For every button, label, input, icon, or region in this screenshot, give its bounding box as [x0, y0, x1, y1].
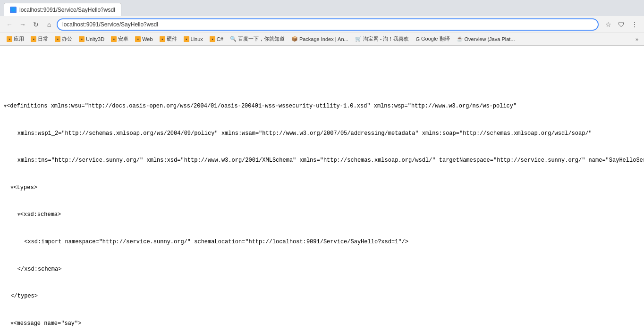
bookmark-label: 淘宝网 - 淘！我喜欢: [363, 35, 409, 42]
tab-favicon: 🌐: [10, 7, 17, 13]
folder-icon: ▪: [55, 36, 60, 42]
types-open: ▼<types>: [4, 183, 640, 192]
definitions-attr1: xmlns:wsp1_2="http://schemas.xmlsoap.org…: [4, 129, 640, 138]
folder-icon: ▪: [31, 36, 36, 42]
bookmark-label: Google 翻译: [421, 35, 450, 42]
active-tab[interactable]: 🌐 localhost:9091/Service/SayHello?wsdl: [4, 3, 121, 16]
bookmark-label: 安卓: [118, 35, 128, 42]
bookmark-package-index[interactable]: 📦 Package Index | An...: [288, 35, 351, 43]
xml-viewer: ▼<definitions xmlns:wsu="http://docs.oas…: [4, 48, 640, 331]
address-bar[interactable]: [57, 18, 599, 31]
nav-icons: ☆ 🛡 ⋮: [602, 19, 640, 30]
bookmark-label: Unity3D: [86, 36, 104, 42]
bookmark-google-translate[interactable]: G Google 翻译: [413, 34, 452, 43]
tab-title: localhost:9091/Service/SayHello?wsdl: [19, 7, 115, 13]
xsd-schema-open: ▼<xsd:schema>: [4, 210, 640, 219]
bookmark-label: Linux: [191, 36, 203, 42]
bookmark-hardware[interactable]: ▪ 硬件: [157, 34, 180, 43]
bookmark-java-overview[interactable]: ☕ Overview (Java Plat...: [454, 35, 518, 43]
home-button[interactable]: ⌂: [43, 19, 55, 30]
bookmark-csharp[interactable]: ▪ C#: [207, 35, 226, 43]
forward-button[interactable]: →: [17, 19, 28, 30]
folder-icon: ▪: [184, 36, 189, 42]
settings-button[interactable]: ⋮: [629, 19, 640, 30]
bookmark-android[interactable]: ▪ 安卓: [108, 34, 131, 43]
definitions-open: ▼<definitions xmlns:wsu="http://docs.oas…: [4, 102, 640, 111]
site-icon: 🛒: [355, 36, 362, 42]
xsd-schema-close: </xsd:schema>: [4, 265, 640, 274]
bookmark-web[interactable]: ▪ Web: [132, 35, 155, 43]
bookmark-label: 日常: [38, 35, 48, 42]
shield-button[interactable]: 🛡: [616, 19, 627, 30]
bookmark-baidu[interactable]: 🔍 百度一下，你就知道: [227, 34, 288, 43]
nav-bar: ← → ↻ ⌂ ☆ 🛡 ⋮: [0, 16, 644, 33]
bookmark-unity3d[interactable]: ▪ Unity3D: [76, 35, 107, 43]
bookmarks-bar: ▪ 应用 ▪ 日常 ▪ 办公 ▪ Unity3D ▪ 安卓 ▪ Web ▪ 硬件…: [0, 33, 644, 45]
bookmark-label: 应用: [14, 35, 24, 42]
reload-button[interactable]: ↻: [30, 19, 42, 30]
types-close: </types>: [4, 292, 640, 301]
bookmark-label: 办公: [62, 35, 72, 42]
content-area: ▼<definitions xmlns:wsu="http://docs.oas…: [0, 46, 644, 331]
folder-icon: ▪: [210, 36, 215, 42]
site-icon: 🔍: [230, 36, 237, 42]
site-icon: 📦: [291, 36, 298, 42]
folder-icon: ▪: [160, 36, 165, 42]
bookmark-label: Package Index | An...: [299, 36, 348, 42]
browser-chrome: 🌐 localhost:9091/Service/SayHello?wsdl ←…: [0, 0, 644, 46]
bookmarks-more-button[interactable]: »: [634, 35, 640, 43]
bookmark-linux[interactable]: ▪ Linux: [181, 35, 206, 43]
bookmark-apps[interactable]: ▪ 应用: [4, 34, 27, 43]
site-icon: ☕: [457, 36, 463, 42]
xsd-import: <xsd:import namespace="http://service.su…: [4, 238, 640, 247]
bookmark-label: Overview (Java Plat...: [465, 36, 515, 42]
folder-icon: ▪: [79, 36, 85, 42]
bookmark-label: C#: [217, 36, 223, 42]
bookmark-office[interactable]: ▪ 办公: [52, 34, 75, 43]
back-button[interactable]: ←: [4, 19, 15, 30]
folder-icon: ▪: [135, 36, 141, 42]
bookmark-label: 硬件: [167, 35, 177, 42]
bookmark-label: Web: [142, 36, 153, 42]
folder-icon: ▪: [7, 36, 12, 42]
message-say-open: ▼<message name="say">: [4, 319, 640, 328]
bookmark-label: 百度一下，你就知道: [238, 35, 285, 42]
bookmark-star-button[interactable]: ☆: [602, 19, 614, 30]
site-icon: G: [415, 36, 420, 42]
definitions-attr2: xmlns:tns="http://service.sunny.org/" xm…: [4, 156, 640, 165]
tab-bar: 🌐 localhost:9091/Service/SayHello?wsdl: [0, 0, 644, 16]
bookmark-taobao[interactable]: 🛒 淘宝网 - 淘！我喜欢: [352, 34, 412, 43]
folder-icon: ▪: [111, 36, 117, 42]
bookmark-daily[interactable]: ▪ 日常: [28, 34, 51, 43]
